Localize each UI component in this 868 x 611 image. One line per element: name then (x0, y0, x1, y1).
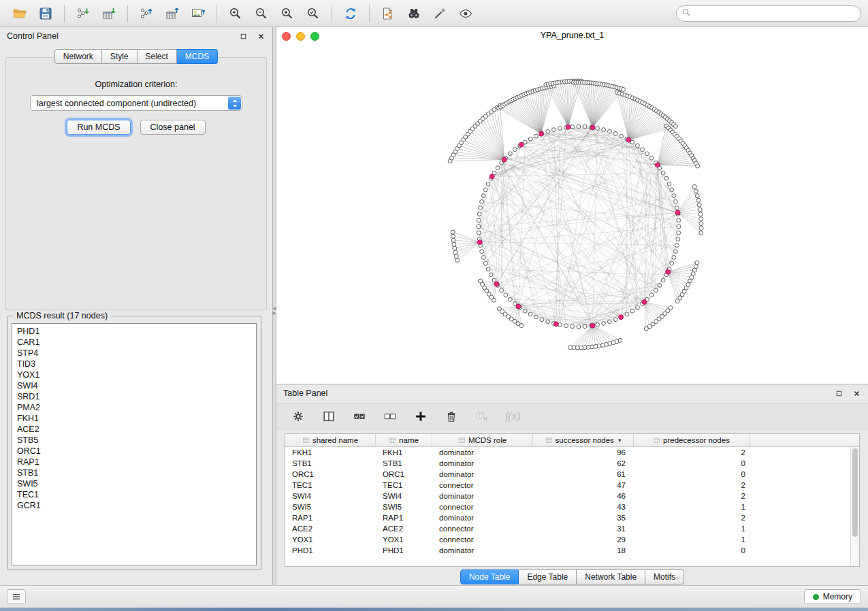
cell-name[interactable]: ORC1 (376, 470, 432, 478)
column-header-successor-nodes[interactable]: successor nodes▾ (533, 434, 634, 446)
graph-inner-edges[interactable] (479, 127, 679, 327)
mcds-result-item[interactable]: PHD1 (17, 326, 251, 337)
toolbar-button-export-table[interactable] (159, 3, 185, 24)
table-row[interactable]: PHD1PHD1dominator180 (285, 545, 859, 556)
toolbar-button-zoom-fit[interactable] (274, 3, 300, 24)
cell-shared-name[interactable]: ORC1 (285, 470, 376, 478)
mcds-result-item[interactable]: STP4 (17, 348, 251, 359)
cell-name[interactable]: SWI4 (376, 492, 432, 500)
mcds-result-item[interactable]: SRD1 (17, 391, 251, 402)
graph-fan-edges[interactable] (450, 81, 701, 348)
table-toolbar-button-select-all[interactable] (351, 408, 368, 425)
cell-mcds-role[interactable]: dominator (432, 514, 533, 522)
cell-successor-nodes[interactable]: 96 (533, 448, 634, 457)
cell-name[interactable]: PHD1 (376, 546, 432, 555)
mcds-result-item[interactable]: TID3 (17, 359, 251, 369)
cell-shared-name[interactable]: SWI4 (285, 492, 376, 500)
mcds-result-item[interactable]: STB5 (17, 435, 251, 446)
toolbar-button-export-image[interactable] (185, 3, 211, 24)
toolbar-button-import-table[interactable] (96, 3, 122, 24)
cell-predecessor-nodes[interactable]: 1 (634, 535, 750, 544)
float-table-panel-button[interactable] (834, 389, 843, 398)
mcds-result-item[interactable]: RAP1 (17, 457, 251, 467)
cell-successor-nodes[interactable]: 62 (533, 459, 634, 467)
cell-shared-name[interactable]: ACE2 (285, 525, 376, 533)
table-panel-header[interactable]: Table Panel (276, 384, 868, 402)
memory-button[interactable]: Memory (804, 589, 861, 604)
mcds-result-item[interactable]: ACE2 (17, 424, 251, 435)
toolbar-button-save[interactable] (33, 3, 59, 24)
scrollbar-thumb[interactable] (852, 448, 858, 537)
cell-successor-nodes[interactable]: 46 (533, 492, 634, 500)
table-toolbar-button-deselect-all[interactable] (382, 408, 398, 425)
table-row[interactable]: SWI4SWI4dominator462 (285, 491, 859, 501)
cell-name[interactable]: SWI5 (376, 503, 432, 511)
cell-successor-nodes[interactable]: 61 (533, 470, 634, 478)
cell-mcds-role[interactable]: connector (432, 535, 533, 544)
cell-successor-nodes[interactable]: 18 (533, 546, 634, 555)
cell-successor-nodes[interactable]: 35 (533, 514, 634, 522)
table-row[interactable]: SWI5SWI5connector431 (285, 501, 859, 512)
toolbar-button-document-share[interactable] (375, 3, 401, 24)
tab-network[interactable]: Network (54, 49, 102, 64)
cell-shared-name[interactable]: TEC1 (285, 481, 376, 489)
control-panel-header[interactable]: Control Panel (0, 27, 272, 45)
toolbar-button-export-network[interactable] (133, 3, 159, 24)
cell-name[interactable]: RAP1 (376, 514, 432, 522)
table-tab-network-table[interactable]: Network Table (577, 569, 645, 584)
table-toolbar-button-gear[interactable] (290, 408, 306, 425)
toolbar-button-zoom-selected[interactable] (300, 3, 326, 24)
table-toolbar-button-columns[interactable] (321, 408, 337, 425)
cell-successor-nodes[interactable]: 31 (533, 525, 634, 533)
cell-name[interactable]: ACE2 (376, 525, 432, 533)
panel-menu-button[interactable] (7, 589, 26, 604)
network-graph[interactable] (276, 27, 868, 384)
column-header-predecessor-nodes[interactable]: predecessor nodes (634, 434, 750, 446)
cell-successor-nodes[interactable]: 47 (533, 481, 634, 489)
mcds-result-item[interactable]: STB1 (17, 467, 251, 478)
search-box[interactable] (676, 5, 861, 22)
cell-predecessor-nodes[interactable]: 0 (634, 459, 750, 467)
cell-predecessor-nodes[interactable]: 2 (634, 481, 750, 489)
cell-predecessor-nodes[interactable]: 2 (634, 492, 750, 500)
optimization-criterion-select[interactable]: largest connected component (undirected) (30, 95, 242, 111)
cell-successor-nodes[interactable]: 43 (533, 503, 634, 511)
toolbar-button-refresh-layout[interactable] (338, 3, 364, 24)
cell-mcds-role[interactable]: dominator (432, 448, 533, 457)
mcds-result-item[interactable]: YOX1 (17, 369, 251, 380)
table-toolbar-button-add-row[interactable] (413, 408, 429, 425)
table-tab-node-table[interactable]: Node Table (460, 569, 519, 584)
splitter-grip-icon[interactable]: ◀▶ (273, 305, 276, 317)
cell-name[interactable]: STB1 (376, 459, 432, 467)
run-mcds-button[interactable]: Run MCDS (67, 120, 130, 135)
table-row[interactable]: ACE2ACE2connector311 (285, 523, 859, 534)
cell-mcds-role[interactable]: dominator (432, 470, 533, 478)
cell-name[interactable]: FKH1 (376, 448, 432, 457)
column-header-shared-name[interactable]: shared name (285, 434, 376, 446)
toolbar-button-binoculars[interactable] (401, 3, 427, 24)
toolbar-button-wand[interactable] (427, 3, 453, 24)
close-table-panel-button[interactable] (852, 389, 861, 398)
mcds-result-item[interactable]: GCR1 (17, 500, 251, 511)
toolbar-button-zoom-in[interactable] (223, 3, 248, 24)
float-panel-button[interactable] (238, 31, 248, 41)
table-tab-motifs[interactable]: Motifs (645, 569, 684, 584)
cell-mcds-role[interactable]: connector (432, 481, 533, 489)
cell-predecessor-nodes[interactable]: 0 (634, 546, 750, 555)
mcds-result-item[interactable]: SWI4 (17, 380, 251, 391)
cell-predecessor-nodes[interactable]: 2 (634, 448, 750, 457)
mcds-result-list[interactable]: PHD1CAR1STP4TID3YOX1SWI4SRD1PMA2FKH1ACE2… (12, 323, 257, 565)
table-row[interactable]: RAP1RAP1dominator352 (285, 512, 859, 523)
cell-shared-name[interactable]: YOX1 (285, 535, 376, 544)
column-header-MCDS-role[interactable]: MCDS role (432, 434, 533, 446)
column-header-name[interactable]: name (376, 434, 432, 446)
cell-name[interactable]: TEC1 (376, 481, 432, 489)
cell-shared-name[interactable]: SWI5 (285, 503, 376, 511)
table-tab-edge-table[interactable]: Edge Table (519, 569, 577, 584)
tab-select[interactable]: Select (138, 49, 177, 64)
table-row[interactable]: TEC1TEC1connector472 (285, 480, 859, 491)
cell-predecessor-nodes[interactable]: 2 (634, 514, 750, 522)
mcds-result-item[interactable]: TEC1 (17, 489, 251, 500)
close-panel-button[interactable] (256, 31, 266, 41)
search-input[interactable] (692, 9, 856, 18)
